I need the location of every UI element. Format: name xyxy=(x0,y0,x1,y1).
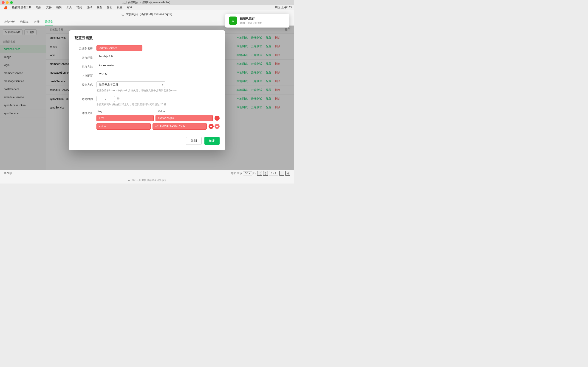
tab-database[interactable]: 数据库 xyxy=(20,19,28,25)
timeout-value: 秒 非预期高耗时或触发器场景时，建议设置超时时间不超过 20 秒 xyxy=(96,96,220,106)
exec-method-label: 执行方法 xyxy=(74,64,93,69)
env-table: Key Value − xyxy=(96,110,220,130)
memory-text: 256 M xyxy=(96,72,110,77)
menu-project[interactable]: 项目 xyxy=(34,5,43,10)
runtime-value: Nodejs8.9 xyxy=(96,55,220,58)
runtime-text: Nodejs8.9 xyxy=(96,54,115,59)
submit-method-label: 提交方式 xyxy=(74,81,93,87)
timeout-row: 超时时间 秒 非预期高耗时或触发器场景时，建议设置超时时间不超过 20 秒 xyxy=(74,96,220,106)
timeout-wrapper: 秒 xyxy=(96,96,220,102)
maximize-button[interactable] xyxy=(10,1,13,4)
timeout-hint: 非预期高耗时或触发器场景时，建议设置超时时间不超过 20 秒 xyxy=(96,103,220,106)
notification-icon: W xyxy=(229,17,237,25)
func-name-row: 云函数名称 xyxy=(74,45,220,51)
tcb-footer: ☁ 腾讯云TCB提供存储及计算服务 xyxy=(0,177,294,184)
memory-row: 内存配置 256 M xyxy=(74,73,220,78)
modal-overlay: 配置云函数 云函数名称 运行环境 Nodejs8.9 执行方法 index.ma… xyxy=(0,26,294,170)
notification-content: 截图已保存 截图已保存至粘贴板 xyxy=(240,17,262,25)
exec-method-value: index.main xyxy=(96,64,220,67)
notification-title: 截图已保存 xyxy=(240,17,262,21)
cancel-button[interactable]: 取消 xyxy=(186,137,202,145)
env-value-1[interactable] xyxy=(156,115,213,121)
menu-file[interactable]: 文件 xyxy=(44,5,53,10)
runtime-row: 运行环境 Nodejs8.9 xyxy=(74,55,220,60)
exec-method-row: 执行方法 index.main xyxy=(74,64,220,69)
env-add-btn[interactable]: + xyxy=(215,124,220,129)
submit-method-select[interactable]: 微信开发者工具 xyxy=(96,81,165,88)
func-name-label: 云函数名称 xyxy=(74,45,93,50)
wechat-logo-icon: W xyxy=(231,18,235,23)
modal-title: 配置云函数 xyxy=(74,36,220,41)
close-button[interactable] xyxy=(2,1,5,4)
apple-menu[interactable]: 🍎 xyxy=(2,6,9,9)
submit-hint: 云函数将从index.js中的main方法执行，请确保文件中含有同名函数main xyxy=(96,89,220,92)
total-count: 共 9 项 xyxy=(4,171,12,175)
tcb-text: 腾讯云TCB提供存储及计算服务 xyxy=(131,178,167,182)
tab-yunying[interactable]: 运营分析 xyxy=(4,19,15,25)
submit-method-row: 提交方式 微信开发者工具 ▾ 云函数将从index.js中的main方法执行，请… xyxy=(74,81,220,92)
menu-tools[interactable]: 工具 xyxy=(65,5,74,10)
memory-value: 256 M xyxy=(96,73,220,76)
submit-method-value: 微信开发者工具 ▾ 云函数将从index.js中的main方法执行，请确保文件中… xyxy=(96,81,220,92)
prev-page-button[interactable]: ⟨ xyxy=(263,171,268,176)
env-header: Key Value xyxy=(96,110,220,113)
last-page-button[interactable]: ⟩⟩ xyxy=(285,171,290,176)
env-var-label: 环境变量 xyxy=(74,110,93,115)
menu-select[interactable]: 选择 xyxy=(85,5,94,10)
pagination: 每页显示 50 ▾ 行 ⟨⟨ ⟨ 1 / 1 ⟩ ⟩⟩ xyxy=(231,171,290,176)
timeout-input[interactable] xyxy=(96,96,115,102)
app-title: 云开发控制台（当前环境 avatar-zbqhx） xyxy=(120,12,174,16)
env-value-header: Value xyxy=(158,110,217,113)
runtime-label: 运行环境 xyxy=(74,55,93,60)
timeout-label: 超时时间 xyxy=(74,96,93,101)
window-title: 云开发控制台（当前环境 avatar-zbqhx） xyxy=(122,0,172,4)
minimize-button[interactable] xyxy=(6,1,9,4)
timeout-unit: 秒 xyxy=(117,97,120,101)
env-vars-row: 环境变量 Key Value − xyxy=(74,110,220,131)
svg-text:W: W xyxy=(232,19,234,22)
exec-method-text: index.main xyxy=(96,63,116,68)
env-remove-btn-2[interactable]: − xyxy=(208,124,214,129)
menu-bar-right: 周五 上午8:22 xyxy=(275,6,292,9)
confirm-button[interactable]: 确定 xyxy=(204,137,220,145)
menu-help[interactable]: 帮助 xyxy=(125,5,134,10)
menu-wechat-devtools[interactable]: 微信开发者工具 xyxy=(10,5,33,10)
per-page-unit: 行 xyxy=(253,171,256,175)
menu-bar: 🍎 微信开发者工具 项目 文件 编辑 工具 转到 选择 视图 界面 设置 帮助 … xyxy=(0,5,294,10)
per-page-label: 每页显示 xyxy=(231,171,242,175)
func-name-value xyxy=(96,45,220,51)
func-name-input[interactable] xyxy=(96,45,142,51)
env-key-2[interactable] xyxy=(96,123,151,130)
menu-goto[interactable]: 转到 xyxy=(75,5,84,10)
per-page-value: 50 ▾ xyxy=(243,171,252,175)
env-key-1[interactable] xyxy=(96,115,154,121)
env-vars-value: Key Value − xyxy=(96,110,220,131)
env-actions-2: − + xyxy=(208,124,220,129)
menu-settings[interactable]: 设置 xyxy=(115,5,124,10)
config-modal: 配置云函数 云函数名称 运行环境 Nodejs8.9 执行方法 index.ma… xyxy=(69,30,225,150)
env-key-header: Key xyxy=(97,110,156,113)
title-bar: 云开发控制台（当前环境 avatar-zbqhx） xyxy=(0,0,294,5)
footer: 共 9 项 每页显示 50 ▾ 行 ⟨⟨ ⟨ 1 / 1 ⟩ ⟩⟩ xyxy=(0,170,294,177)
env-value-2[interactable] xyxy=(153,123,207,130)
memory-label: 内存配置 xyxy=(74,73,93,78)
env-row-1: − xyxy=(96,115,220,121)
main-layout: ✎ 新建云函数 ↻ 刷新 云函数名称 adminService image lo… xyxy=(0,26,294,170)
submit-method-wrapper: 微信开发者工具 ▾ xyxy=(96,81,165,88)
notification-popup: W 截图已保存 截图已保存至粘贴板 xyxy=(225,14,289,27)
env-actions-1: − xyxy=(215,116,220,121)
menu-interface[interactable]: 界面 xyxy=(105,5,114,10)
tab-yunhanshu[interactable]: 云函数 xyxy=(45,18,53,25)
env-remove-btn-1[interactable]: − xyxy=(215,116,220,121)
menu-edit[interactable]: 编辑 xyxy=(54,5,64,10)
next-page-button[interactable]: ⟩ xyxy=(279,171,284,176)
traffic-lights xyxy=(2,1,13,4)
menu-bar-time: 周五 上午8:22 xyxy=(275,6,292,9)
modal-footer: 取消 确定 xyxy=(74,137,220,145)
tcb-icon: ☁ xyxy=(128,179,130,182)
per-page-number: 50 xyxy=(245,172,248,175)
notification-desc: 截图已保存至粘贴板 xyxy=(240,21,262,25)
tab-storage[interactable]: 存储 xyxy=(34,19,40,25)
menu-view[interactable]: 视图 xyxy=(95,5,104,10)
first-page-button[interactable]: ⟨⟨ xyxy=(257,171,262,176)
